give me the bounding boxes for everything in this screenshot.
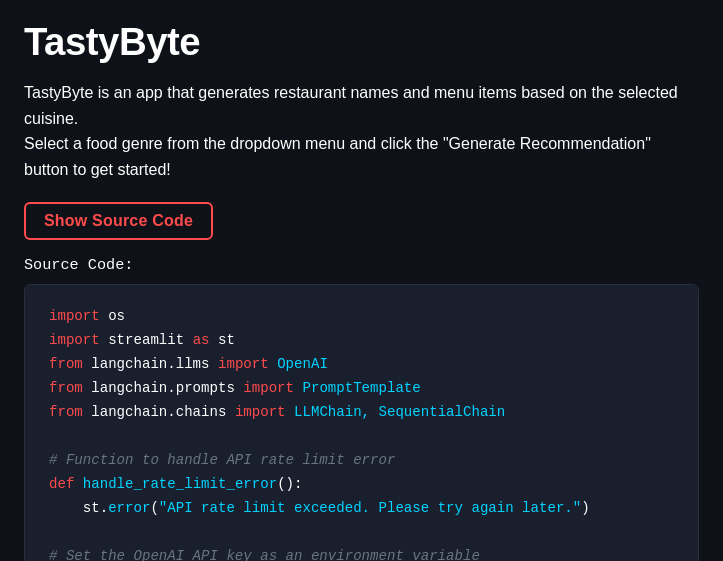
app-description: TastyByte is an app that generates resta… [24,80,699,182]
show-source-button[interactable]: Show Source Code [24,202,213,240]
code-line-5: from langchain.chains import LLMChain, S… [49,401,674,425]
code-line-11: # Set the OpenAI API key as an environme… [49,545,674,561]
app-title: TastyByte [24,20,699,64]
code-line-9: st.error("API rate limit exceeded. Pleas… [49,497,674,521]
source-code-label: Source Code: [24,256,699,274]
code-line-7: # Function to handle API rate limit erro… [49,449,674,473]
code-line-4: from langchain.prompts import PromptTemp… [49,377,674,401]
code-line-3: from langchain.llms import OpenAI [49,353,674,377]
code-block: import os import streamlit as st from la… [24,284,699,561]
code-line-6 [49,425,674,449]
description-line1: TastyByte is an app that generates resta… [24,84,678,127]
description-line2: Select a food genre from the dropdown me… [24,135,651,178]
code-line-8: def handle_rate_limit_error(): [49,473,674,497]
code-line-2: import streamlit as st [49,329,674,353]
code-line-1: import os [49,305,674,329]
code-line-10 [49,521,674,545]
